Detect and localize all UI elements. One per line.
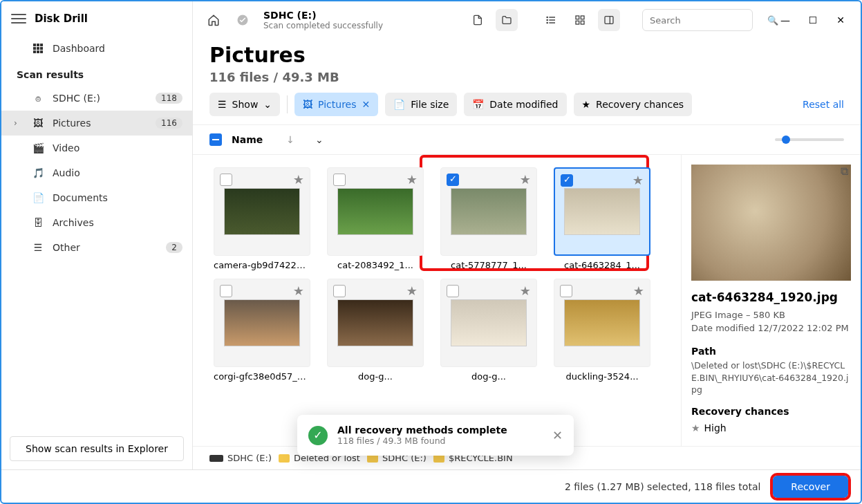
toast-close-icon[interactable]: ✕	[552, 428, 563, 442]
reset-all-link[interactable]: Reset all	[803, 99, 844, 110]
sidebar-item-label: Archives	[53, 217, 94, 228]
sidebar-item-sdhc-e-[interactable]: ⌾SDHC (E:)118	[1, 86, 192, 111]
favorite-icon[interactable]: ★	[633, 173, 644, 187]
svg-point-15	[547, 22, 547, 23]
sidebar-item-audio[interactable]: 🎵Audio	[1, 160, 192, 185]
file-item[interactable]: ★cat-6463284_1...	[550, 167, 655, 270]
thumbnail	[451, 299, 527, 346]
toast-title: All recovery methods complete	[337, 424, 543, 436]
sidebar-item-label: SDHC (E:)	[53, 93, 100, 104]
crumb-drive[interactable]: SDHC (E:)	[209, 453, 272, 463]
dashboard-icon	[32, 42, 44, 55]
file-icon[interactable]	[467, 9, 489, 31]
expand-caret-icon[interactable]: ⌄	[315, 134, 324, 145]
file-item[interactable]: ★corgi-gfc38e0d57_1...	[209, 279, 315, 382]
svg-rect-2	[40, 44, 43, 46]
home-icon[interactable]	[203, 9, 225, 31]
file-caption: dog-g...	[327, 371, 424, 382]
svg-rect-7	[37, 50, 39, 53]
folder-icon[interactable]	[496, 9, 518, 31]
thumbnail	[224, 299, 300, 346]
svg-rect-4	[37, 47, 39, 50]
category-icon: 🗄	[32, 216, 44, 229]
sort-arrow-icon[interactable]: ↓	[286, 134, 294, 145]
file-item[interactable]: ★cat-5778777_1...	[436, 167, 541, 270]
drive-status: Scan completed successfully	[263, 21, 383, 30]
favorite-icon[interactable]: ★	[520, 172, 531, 187]
minimize-icon[interactable]: —	[775, 10, 796, 30]
svg-rect-0	[33, 44, 36, 46]
checkbox[interactable]	[561, 174, 573, 187]
checkbox[interactable]	[220, 285, 232, 297]
file-caption: dog-g...	[440, 371, 537, 382]
search-field[interactable]	[650, 15, 767, 26]
panel-view-icon[interactable]	[598, 9, 620, 31]
column-header: Name ↓ ⌄	[193, 124, 861, 155]
sidebar-item-label: Other	[53, 242, 80, 253]
sidebar-item-video[interactable]: 🎬Video	[1, 136, 192, 160]
checkbox[interactable]	[333, 285, 346, 297]
sidebar-item-pictures[interactable]: ›🖼Pictures116	[1, 111, 192, 136]
toast-sub: 118 files / 49.3 MB found	[337, 436, 543, 446]
favorite-icon[interactable]: ★	[520, 283, 531, 298]
recover-button[interactable]: Recover	[773, 476, 848, 498]
file-item[interactable]: ★cat-2083492_1...	[323, 167, 428, 270]
preview-modified: Date modified 12/7/2022 12:02 PM	[691, 323, 851, 333]
checkbox[interactable]	[220, 174, 232, 186]
preview-panel: ⧉ cat-6463284_1920.jpg JPEG Image – 580 …	[681, 155, 861, 446]
menu-icon[interactable]	[11, 11, 26, 26]
zoom-slider[interactable]	[775, 138, 844, 141]
maximize-icon[interactable]: ☐	[803, 10, 823, 30]
svg-rect-18	[576, 21, 579, 24]
page-subtitle: 116 files / 49.3 MB	[209, 70, 844, 84]
sidebar-item-archives[interactable]: 🗄Archives	[1, 210, 192, 235]
close-icon[interactable]: ✕	[830, 10, 851, 30]
column-name[interactable]: Name	[232, 134, 263, 145]
pictures-filter[interactable]: 🖼Pictures✕	[294, 93, 378, 116]
thumbnail	[564, 188, 640, 235]
sidebar-item-other[interactable]: ☰Other2	[1, 235, 192, 260]
thumbnail	[564, 299, 640, 346]
favorite-icon[interactable]: ★	[633, 283, 644, 298]
preview-filename: cat-6463284_1920.jpg	[691, 290, 851, 304]
favorite-icon[interactable]: ★	[406, 172, 418, 187]
success-icon: ✓	[308, 426, 328, 445]
file-caption: cat-6463284_1...	[554, 260, 650, 270]
grid-view-icon[interactable]	[569, 9, 591, 31]
sidebar-item-documents[interactable]: 📄Documents	[1, 185, 192, 210]
svg-rect-1	[37, 44, 39, 46]
filter-bar: ☰Show⌄ 🖼Pictures✕ 📄File size 📅Date modif…	[193, 93, 861, 124]
search-input[interactable]: 🔍	[642, 9, 753, 31]
sidebar-item-dashboard[interactable]: Dashboard	[1, 36, 192, 61]
recovery-filter[interactable]: ★Recovery chances	[574, 93, 693, 116]
chevron-down-icon: ⌄	[263, 99, 272, 110]
file-item[interactable]: ★dog-g...	[323, 279, 428, 382]
category-icon: ☰	[32, 241, 44, 254]
preview-path: \Deleted or lost\SDHC (E:)\$RECYCLE.BIN\…	[691, 360, 851, 396]
filter-icon: ☰	[218, 99, 227, 110]
checkbox[interactable]	[447, 174, 459, 186]
checkbox[interactable]	[560, 285, 572, 297]
footer: 2 files (1.27 MB) selected, 118 files to…	[1, 469, 861, 503]
favorite-icon[interactable]: ★	[406, 283, 418, 298]
show-in-explorer-button[interactable]: Show scan results in Explorer	[10, 436, 184, 461]
select-indicator[interactable]	[209, 133, 222, 146]
popout-icon[interactable]: ⧉	[841, 165, 848, 178]
file-item[interactable]: ★dog-g...	[436, 279, 541, 382]
checkbox[interactable]	[333, 174, 346, 186]
list-view-icon[interactable]	[540, 9, 562, 31]
filesize-filter[interactable]: 📄File size	[385, 93, 457, 116]
favorite-icon[interactable]: ★	[293, 283, 304, 298]
file-caption: duckling-3524...	[554, 371, 650, 382]
file-item[interactable]: ★camera-gb9d7422e2_1...	[209, 167, 315, 270]
show-filter[interactable]: ☰Show⌄	[209, 93, 280, 116]
svg-point-13	[547, 17, 547, 17]
sidebar-item-label: Audio	[53, 167, 80, 178]
count-badge: 116	[156, 118, 182, 129]
file-item[interactable]: ★duckling-3524...	[550, 279, 655, 382]
checkbox[interactable]	[447, 285, 459, 297]
date-filter[interactable]: 📅Date modified	[464, 93, 566, 116]
favorite-icon[interactable]: ★	[293, 172, 304, 187]
remove-filter-icon[interactable]: ✕	[362, 99, 371, 110]
star-icon: ★	[691, 422, 700, 433]
